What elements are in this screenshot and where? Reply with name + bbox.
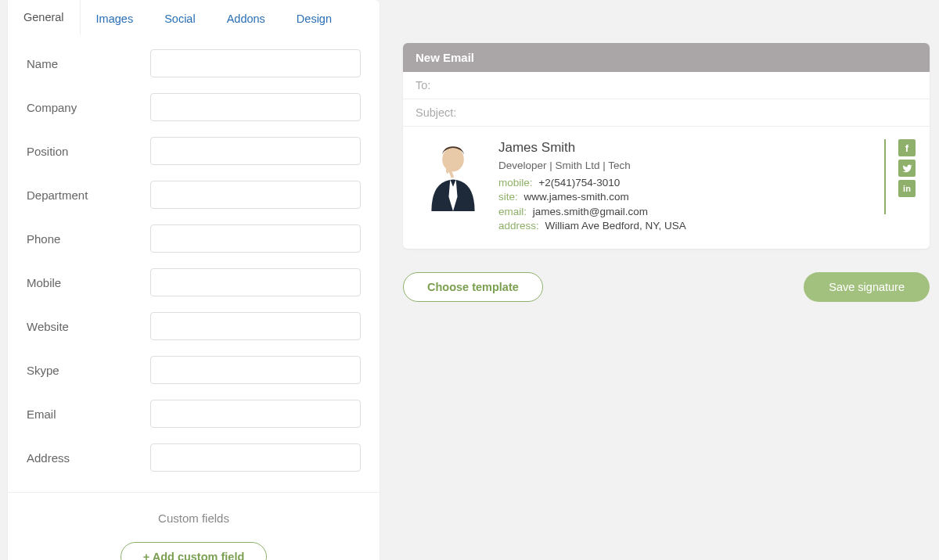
label-position: Position [27,145,150,158]
input-position[interactable] [150,137,361,165]
signature-text: James Smith Developer | Smith Ltd | Tech… [498,139,881,233]
input-skype[interactable] [150,356,361,384]
signature-divider [884,139,886,214]
input-name[interactable] [150,49,361,77]
choose-template-button[interactable]: Choose template [403,272,543,302]
sig-address-val: William Ave Bedford, NY, USA [545,220,686,232]
label-mobile: Mobile [27,276,150,289]
signature-name: James Smith [498,139,881,157]
email-preview-card: New Email To: Subject: [403,43,930,249]
twitter-icon[interactable] [898,160,916,177]
add-custom-field-button[interactable]: + Add custom field [121,542,268,560]
label-address: Address [27,451,150,465]
label-company: Company [27,101,150,114]
input-address[interactable] [150,443,361,472]
sig-address-key: address: [498,220,539,232]
input-department[interactable] [150,181,361,209]
tab-social[interactable]: Social [149,0,211,34]
linkedin-icon[interactable]: in [898,180,916,197]
svg-point-3 [448,164,454,169]
input-company[interactable] [150,93,361,121]
email-subject-field: Subject: [403,99,930,127]
sig-site-key: site: [498,191,518,203]
avatar [417,139,489,211]
tab-general[interactable]: General [8,0,81,34]
sig-site-val: www.james-smith.com [524,191,629,203]
actions-row: Choose template Save signature [403,272,930,302]
label-email: Email [27,407,150,421]
label-website: Website [27,320,150,333]
tab-design[interactable]: Design [281,0,347,34]
label-name: Name [27,57,150,70]
signature-block: James Smith Developer | Smith Ltd | Tech… [403,127,930,249]
facebook-icon[interactable]: f [898,139,916,156]
email-to-field: To: [403,72,930,99]
tabs-bar: General Images Social Addons Design [8,0,380,35]
custom-fields-title: Custom fields [8,512,380,525]
input-email[interactable] [150,400,361,428]
social-icons: f in [898,139,916,197]
label-skype: Skype [27,364,150,377]
settings-panel: General Images Social Addons Design Name… [8,0,380,560]
signature-position: Developer | Smith Ltd | Tech [498,159,881,173]
sig-email-key: email: [498,206,527,217]
label-phone: Phone [27,232,150,246]
input-phone[interactable] [150,224,361,253]
sig-mobile-key: mobile: [498,177,533,188]
preview-panel: New Email To: Subject: [403,0,939,560]
tab-images[interactable]: Images [81,0,149,34]
save-signature-button[interactable]: Save signature [804,272,930,302]
input-mobile[interactable] [150,268,361,296]
custom-fields-section: Custom fields + Add custom field [8,492,380,560]
label-department: Department [27,188,150,202]
sig-mobile-val: +2(541)754-3010 [538,177,620,188]
input-website[interactable] [150,312,361,340]
email-header: New Email [403,43,930,72]
sig-email-val: james.smith@gmail.com [533,206,648,217]
tab-addons[interactable]: Addons [211,0,281,34]
form-body: Name Company Position Department Phone M… [8,35,380,492]
